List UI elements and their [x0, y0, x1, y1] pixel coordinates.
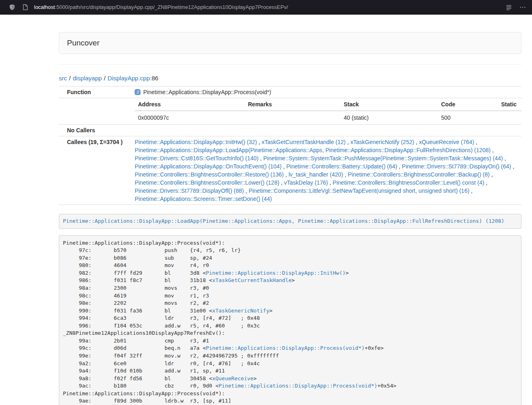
stack-column-header: Stack: [340, 98, 438, 111]
function-name: Pinetime::Applications::DisplayApp::Proc…: [143, 89, 271, 95]
detail-row-spacer: [59, 98, 131, 125]
breadcrumb-line-number: 86: [151, 75, 158, 82]
disassembly-symbol-link[interactable]: Pinetime::Applications::DisplayApp::Proc…: [206, 345, 364, 351]
detail-values-row: 0x0000097c 40 (static) 500: [135, 111, 521, 124]
callee-separator: ,: [258, 155, 263, 162]
code-value: 500: [438, 111, 498, 124]
callee-link[interactable]: vTaskDelay (176): [284, 179, 328, 186]
function-name-cell: f Pinetime::Applications::DisplayApp::Pr…: [131, 86, 521, 98]
url-host: localhost: [34, 4, 55, 10]
function-detail-row: Address Remarks Stack Code Static 0x0000…: [59, 98, 521, 125]
detail-header-row: Address Remarks Stack Code Static: [135, 98, 521, 111]
callee-link[interactable]: xTaskGetCurrentTaskHandle (12): [262, 139, 346, 145]
page-content: Puncover src/displayapp/DisplayApp.cpp:8…: [59, 15, 521, 405]
function-row: Function f Pinetime::Applications::Displ…: [59, 86, 521, 98]
url-bar[interactable]: localhost:5000/path/src/displayapp/Displ…: [34, 4, 506, 10]
callee-link[interactable]: Pinetime::Applications::DisplayApp::Init…: [135, 139, 257, 145]
no-callers-row: No Callers: [59, 125, 521, 136]
page-info-icon-glyph: [23, 4, 28, 10]
callee-separator: ,: [484, 179, 487, 186]
url-path: :5000/path/src/displayapp/DisplayApp.cpp…: [55, 4, 288, 10]
breadcrumb-link-file[interactable]: DisplayApp.cpp:: [108, 75, 151, 82]
static-column-header: Static: [498, 98, 521, 111]
callee-separator: ,: [511, 163, 515, 170]
callee-link[interactable]: xQueueReceive (764): [419, 139, 474, 145]
callee-link[interactable]: Pinetime::Drivers::St7789::DisplayOff() …: [135, 187, 244, 194]
disassembly-symbol-link[interactable]: xQueueReceive: [212, 375, 254, 381]
callee-link[interactable]: Pinetime::Applications::DisplayApp::Load…: [135, 147, 491, 153]
breadcrumb: src/displayapp/DisplayApp.cpp:86: [59, 74, 521, 82]
shield-icon[interactable]: [9, 4, 15, 11]
code-column-header: Code: [438, 98, 498, 111]
function-label: Function: [59, 86, 131, 98]
callee-separator: ,: [491, 147, 494, 153]
app-header-panel: Puncover: [59, 32, 521, 54]
function-icon-glyph: f: [135, 89, 140, 95]
callee-separator: ,: [244, 187, 249, 194]
function-detail-table: Address Remarks Stack Code Static 0x0000…: [135, 98, 521, 124]
callees-row: Callees (19, Σ=3704 ) Pinetime::Applicat…: [59, 136, 521, 205]
breadcrumb-link-src[interactable]: src: [59, 75, 67, 82]
callee-separator: ,: [414, 139, 419, 145]
reader-view-icon[interactable]: [506, 4, 512, 11]
stack-value: 40 (static): [340, 111, 438, 124]
static-value: [498, 111, 521, 124]
breadcrumb-separator: /: [104, 75, 106, 82]
detail-cell: Address Remarks Stack Code Static 0x0000…: [131, 98, 521, 125]
breadcrumb-link-displayapp[interactable]: displayapp: [73, 75, 102, 82]
callee-separator: ,: [503, 155, 506, 162]
callee-link[interactable]: Pinetime::Controllers::BrightnessControl…: [135, 179, 279, 186]
callee-separator: ,: [346, 139, 351, 145]
page-title: Puncover: [67, 38, 513, 48]
no-callers-label: No Callers: [59, 125, 131, 136]
callee-link[interactable]: Pinetime::Drivers::St7789::DisplayOn() (…: [402, 163, 511, 170]
callee-link[interactable]: xTaskGenericNotify (252): [350, 139, 414, 145]
breadcrumb-separator: /: [69, 75, 71, 82]
callee-link[interactable]: Pinetime::Controllers::Battery::Update()…: [286, 163, 397, 170]
callee-separator: ,: [284, 171, 289, 178]
function-icon: f: [135, 89, 140, 95]
selected-callee-box: Pinetime::Applications::DisplayApp::Load…: [59, 214, 521, 229]
disassembly-symbol-link[interactable]: xTaskGetCurrentTaskHandle: [212, 277, 292, 283]
function-table: Function f Pinetime::Applications::Displ…: [59, 86, 521, 205]
disassembly-symbol-link[interactable]: xTaskGenericNotify: [212, 308, 269, 314]
callee-link[interactable]: Pinetime::Applications::DisplayApp::OnTo…: [135, 163, 282, 170]
overflow-menu-button[interactable]: ⋯: [519, 4, 526, 11]
load-app-link[interactable]: Pinetime::Applications::DisplayApp::Load…: [63, 218, 504, 224]
callee-link[interactable]: Pinetime::Components::LittleVgl::SetNewT…: [249, 187, 470, 194]
callee-separator: ,: [257, 139, 262, 145]
divider: [59, 64, 521, 65]
callee-separator: ,: [397, 163, 402, 170]
browser-toolbar: localhost:5000/path/src/displayapp/Displ…: [0, 0, 532, 15]
callee-separator: ,: [328, 179, 333, 186]
address-column-header: Address: [135, 98, 245, 111]
callee-separator: ,: [282, 163, 286, 170]
callees-label: Callees (19, Σ=3704 ): [59, 136, 131, 205]
callee-separator: ,: [470, 187, 473, 194]
remarks-column-header: Remarks: [245, 98, 340, 111]
callee-link[interactable]: Pinetime::Controllers::BrightnessControl…: [135, 171, 284, 178]
callee-link[interactable]: lv_task_handler (420): [289, 171, 343, 178]
callee-link[interactable]: Pinetime::Applications::Screens::Timer::…: [135, 196, 272, 202]
page-info-icon[interactable]: [22, 4, 28, 11]
reader-view-icon-glyph: [506, 4, 512, 10]
callee-separator: ,: [474, 139, 477, 145]
disassembly: Pinetime::Applications::DisplayApp::Proc…: [59, 235, 521, 405]
callee-link[interactable]: Pinetime::Drivers::Cst816S::GetTouchInfo…: [135, 155, 258, 162]
callees-list: Pinetime::Applications::DisplayApp::Init…: [131, 136, 521, 205]
shield-icon-glyph: [9, 4, 15, 11]
disassembly-symbol-link[interactable]: Pinetime::Applications::DisplayApp::Init…: [206, 270, 345, 276]
callee-separator: ,: [279, 179, 284, 186]
callee-separator: ,: [490, 171, 493, 178]
callee-separator: ,: [343, 171, 348, 178]
callee-link[interactable]: Pinetime::Controllers::BrightnessControl…: [333, 179, 484, 186]
remarks-value: [245, 111, 340, 124]
callee-link[interactable]: Pinetime::System::SystemTask::PushMessag…: [263, 155, 503, 162]
callee-link[interactable]: Pinetime::Controllers::BrightnessControl…: [348, 171, 489, 178]
disassembly-symbol-link[interactable]: Pinetime::Applications::DisplayApp::Proc…: [219, 383, 377, 389]
no-callers-cell: [131, 125, 521, 136]
address-value: 0x0000097c: [135, 111, 245, 124]
